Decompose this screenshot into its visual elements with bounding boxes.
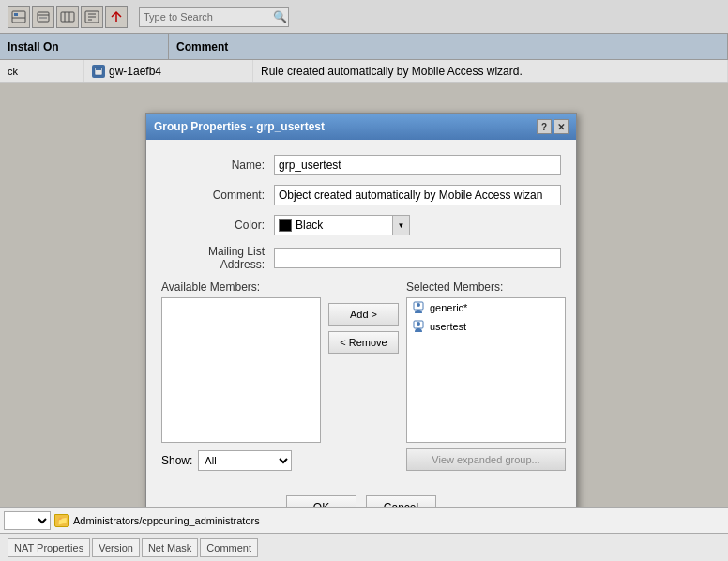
modal-overlay: Group Properties - grp_usertest ? ✕ Name… [0, 0, 728, 561]
status-cols: NAT Properties Version Net Mask Comment [8, 538, 258, 557]
bottom-bar: 📁 Administrators/cppcuning_administrator… [0, 507, 728, 533]
dialog-close-btn[interactable]: ✕ [554, 119, 569, 134]
show-label: Show: [161, 454, 192, 467]
selected-members-list[interactable]: generic* usertest [406, 297, 566, 443]
color-row: Color: Black ▼ [161, 215, 561, 235]
mailing-label: Mailing List Address: [161, 245, 274, 271]
remove-button[interactable]: < Remove [328, 331, 399, 354]
bottom-dropdown[interactable] [4, 511, 51, 530]
bottom-path: 📁 Administrators/cppcuning_administrator… [54, 514, 260, 527]
available-members-label: Available Members: [161, 280, 321, 294]
color-dropdown-arrow[interactable]: ▼ [392, 216, 409, 235]
selected-members-panel: Selected Members: generic* [406, 280, 566, 471]
available-members-list[interactable] [161, 297, 321, 443]
svg-point-19 [417, 322, 420, 326]
status-col-nat: NAT Properties [8, 538, 90, 557]
group-properties-dialog: Group Properties - grp_usertest ? ✕ Name… [145, 113, 577, 536]
svg-point-17 [417, 303, 420, 307]
status-bar: NAT Properties Version Net Mask Comment [0, 533, 728, 561]
member-icon-usertest [411, 319, 426, 334]
members-section: Available Members: Show: All Users Group… [161, 280, 561, 471]
add-button[interactable]: Add > [328, 303, 399, 326]
status-col-comment: Comment [200, 538, 258, 557]
mailing-input[interactable] [274, 248, 561, 268]
add-remove-buttons: Add > < Remove [328, 280, 399, 354]
member-item-usertest[interactable]: usertest [407, 317, 565, 336]
selected-members-label: Selected Members: [406, 280, 566, 294]
color-label: Color: [161, 219, 274, 232]
show-select[interactable]: All Users Groups [198, 450, 292, 471]
color-text: Black [296, 219, 392, 232]
member-icon-generic [411, 300, 426, 315]
comment-input[interactable] [274, 185, 561, 205]
member-name-usertest: usertest [430, 321, 466, 332]
name-row: Name: [161, 155, 561, 175]
status-col-version: Version [92, 538, 140, 557]
show-row: Show: All Users Groups [161, 450, 321, 471]
dialog-titlebar: Group Properties - grp_usertest ? ✕ [146, 114, 576, 140]
view-expanded-button[interactable]: View expanded group... [406, 448, 566, 471]
dialog-content: Name: Comment: Color: Black ▼ Mailing Li… [146, 140, 576, 486]
dialog-title-buttons: ? ✕ [537, 119, 569, 134]
comment-row: Comment: [161, 185, 561, 205]
bottom-path-text: Administrators/cppcuning_administrators [73, 515, 260, 526]
color-dropdown[interactable]: Black ▼ [274, 215, 410, 235]
name-input[interactable] [274, 155, 561, 175]
mailing-row: Mailing List Address: [161, 245, 561, 271]
color-swatch [279, 219, 292, 232]
comment-label: Comment: [161, 189, 274, 202]
name-label: Name: [161, 159, 274, 172]
available-members-panel: Available Members: Show: All Users Group… [161, 280, 321, 471]
member-name-generic: generic* [430, 302, 467, 313]
status-col-netmask: Net Mask [142, 538, 198, 557]
dialog-title: Group Properties - grp_usertest [154, 120, 325, 133]
member-item-generic[interactable]: generic* [407, 298, 565, 317]
dialog-help-btn[interactable]: ? [537, 119, 552, 134]
folder-icon: 📁 [54, 514, 69, 527]
